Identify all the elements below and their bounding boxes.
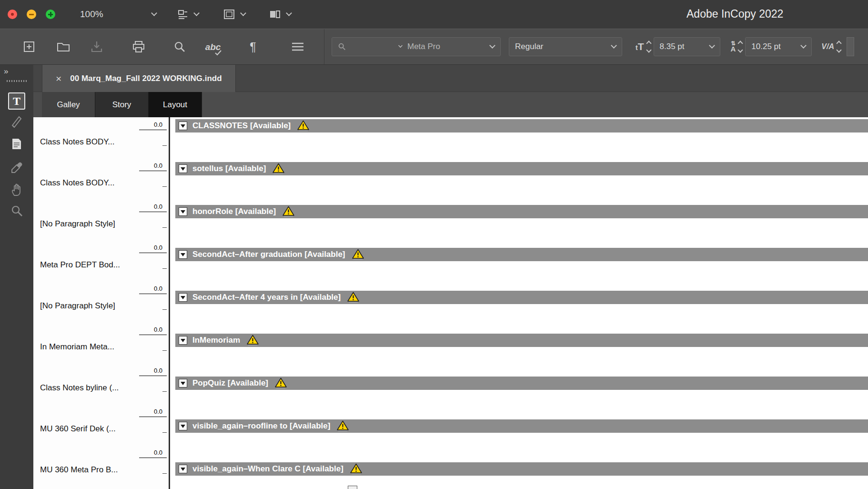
story-collapse-bar[interactable]: visible_again–When Clare C [Available]	[175, 462, 868, 476]
story-row: CLASSNOTES [Available]	[170, 119, 868, 160]
style-column: 0.0 Class Notes BODY... 0.0 Class Notes …	[33, 117, 169, 489]
minimize-window-button[interactable]	[27, 10, 36, 19]
chevron-down-icon	[193, 10, 200, 16]
find-button[interactable]	[166, 33, 193, 61]
leading-dropdown[interactable]: 10.25 pt	[745, 37, 812, 56]
ruler-tick	[162, 145, 167, 146]
story-rows: CLASSNOTES [Available] sotellus [Availab…	[170, 119, 868, 489]
font-size-dropdown[interactable]: 8.35 pt	[654, 37, 720, 56]
style-row: 0.0 Class Notes byline (...	[33, 363, 169, 404]
eyedropper-tool[interactable]	[0, 161, 33, 174]
position-tool[interactable]	[0, 114, 33, 128]
collapse-triangle-button[interactable]	[179, 164, 187, 173]
depth-marker: 0.0	[139, 203, 167, 212]
save-button[interactable]	[83, 33, 111, 61]
search-icon	[173, 40, 186, 53]
collapse-triangle-button[interactable]	[179, 422, 187, 430]
font-style-value: Regular	[515, 42, 544, 51]
story-collapse-bar[interactable]: visible_again–roofline to [Available]	[175, 419, 868, 433]
tab-story[interactable]: Story	[95, 92, 149, 117]
style-row: 0.0 [No Paragraph Style]	[33, 281, 169, 322]
warning-icon	[350, 463, 363, 475]
collapse-triangle-button[interactable]	[179, 250, 187, 259]
collapse-triangle-button[interactable]	[179, 465, 187, 473]
warning-icon	[272, 163, 285, 175]
tool-rail: » T	[0, 65, 33, 489]
hand-tool-icon	[10, 183, 23, 196]
story-collapse-bar[interactable]: SecondAct–After graduation [Available]	[175, 248, 868, 261]
tab-layout[interactable]: Layout	[149, 92, 202, 117]
open-document-button[interactable]	[50, 33, 77, 61]
collapse-triangle-button[interactable]	[179, 336, 187, 345]
view-options-button[interactable]	[177, 0, 199, 29]
hand-tool[interactable]	[0, 183, 33, 196]
stepper-up-icon	[646, 41, 651, 46]
depth-marker: 0.0	[139, 449, 167, 458]
paragraph-style-name: Class Notes BODY...	[40, 178, 115, 188]
story-collapse-bar[interactable]: CLASSNOTES [Available]	[175, 119, 868, 132]
close-document-icon[interactable]: ×	[56, 73, 61, 83]
new-document-icon	[22, 40, 36, 53]
close-window-button[interactable]	[8, 10, 17, 19]
new-document-button[interactable]	[15, 33, 43, 61]
hamburger-menu-icon	[291, 42, 304, 51]
warning-icon	[297, 120, 310, 132]
style-row: 0.0 [No Paragraph Style]	[33, 199, 169, 240]
warning-icon	[336, 420, 349, 432]
show-hidden-characters-button[interactable]: ¶	[239, 33, 267, 61]
depth-marker: 0.0	[139, 367, 167, 376]
paragraph-style-name: [No Paragraph Style]	[40, 301, 115, 311]
collapse-triangle-button[interactable]	[179, 122, 187, 130]
story-collapse-bar[interactable]: PopQuiz [Available]	[175, 377, 868, 390]
stepper-up-icon	[836, 41, 841, 46]
story-collapse-bar[interactable]: sotellus [Available]	[175, 162, 868, 175]
font-size-stepper[interactable]	[647, 41, 651, 52]
story-title: visible_again–When Clare C [Available]	[192, 464, 343, 474]
arrange-documents-button[interactable]	[269, 0, 291, 29]
stepper-down-icon	[738, 47, 743, 52]
panel-expand-button[interactable]: »	[0, 67, 33, 76]
spellcheck-button[interactable]: abc	[199, 33, 227, 61]
story-collapse-bar[interactable]: honorRole [Available]	[175, 205, 868, 218]
depth-marker: 0.0	[139, 244, 167, 253]
warning-icon	[246, 335, 259, 346]
font-family-dropdown[interactable]: Meta Pro	[332, 37, 501, 56]
style-row: 0.0 In Memoriam Meta...	[33, 322, 169, 363]
ruler-tick	[162, 432, 167, 433]
story-collapse-bar[interactable]: InMemoriam	[175, 334, 868, 347]
document-tab[interactable]: × 00 Marq_Mag_Fall 2022 WORKING.indd	[42, 65, 236, 92]
toolbar-menu-button[interactable]	[284, 33, 312, 61]
collapse-triangle-button[interactable]	[179, 207, 187, 216]
view-options-icon	[177, 9, 189, 20]
view-tabs: Galley Story Layout	[33, 92, 868, 117]
zoom-level-dropdown[interactable]: 100%	[80, 0, 156, 29]
style-row: 0.0 Class Notes BODY...	[33, 117, 169, 158]
font-size-value: 8.35 pt	[660, 42, 685, 51]
paragraph-style-name: Meta Pro DEPT Bod...	[40, 260, 120, 270]
note-tool[interactable]	[0, 137, 33, 151]
paragraph-style-name: Class Notes BODY...	[40, 137, 115, 147]
screen-mode-button[interactable]	[223, 0, 245, 29]
kerning-stepper[interactable]	[837, 41, 841, 52]
paragraph-style-name: MU 360 Serif Dek (...	[40, 424, 116, 434]
zoom-window-button[interactable]	[46, 10, 55, 19]
stepper-down-icon	[646, 47, 651, 52]
main-toolbar: abc ¶ Meta Pro Regular	[0, 29, 868, 65]
story-row: visible_again–roofline to [Available]	[170, 419, 868, 460]
story-title: sotellus [Available]	[192, 164, 266, 173]
document-tab-strip: × 00 Marq_Mag_Fall 2022 WORKING.indd	[33, 65, 868, 92]
kerning-icon: V/A	[821, 42, 834, 51]
open-folder-icon	[56, 41, 71, 53]
print-button[interactable]	[125, 33, 152, 61]
tab-galley[interactable]: Galley	[42, 92, 95, 117]
collapse-triangle-button[interactable]	[179, 379, 187, 387]
leading-stepper[interactable]	[738, 41, 742, 52]
warning-icon	[347, 292, 360, 304]
story-collapse-bar[interactable]: SecondAct–After 4 years in [Available]	[175, 291, 868, 304]
type-tool[interactable]: T	[0, 92, 33, 110]
collapse-triangle-button[interactable]	[179, 293, 187, 302]
zoom-tool[interactable]	[0, 204, 33, 217]
stepper-down-icon	[836, 47, 841, 52]
story-title: InMemoriam	[192, 336, 240, 345]
font-style-dropdown[interactable]: Regular	[509, 37, 622, 56]
